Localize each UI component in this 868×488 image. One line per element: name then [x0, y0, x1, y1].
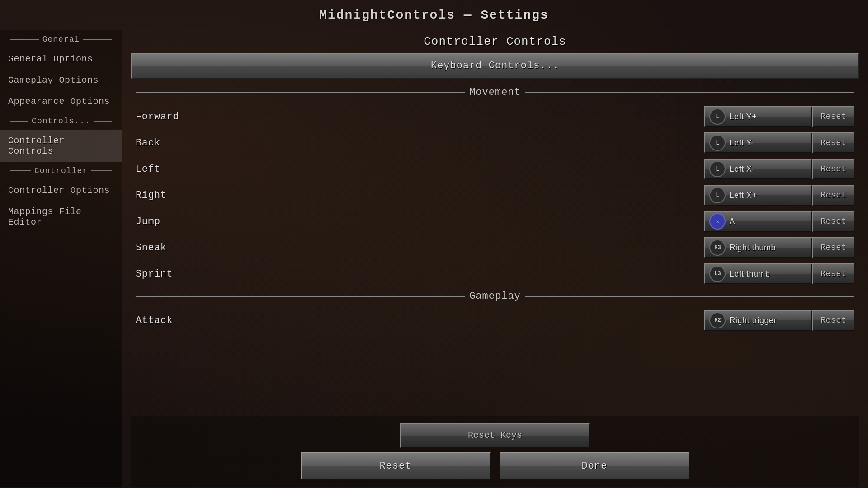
control-name-sprint: Sprint [136, 268, 704, 280]
control-row-left: Left L Left X- Reset [131, 156, 859, 182]
control-name-left: Left [136, 164, 704, 175]
badge-sprint: L3 [709, 266, 726, 282]
badge-right: L [709, 187, 726, 203]
gameplay-header: Gameplay [131, 291, 859, 302]
control-name-right: Right [136, 190, 704, 201]
binding-label-back: Left Y- [729, 138, 754, 148]
sidebar-section-controls: Controls... [0, 112, 122, 130]
control-binding-back: L Left Y- Reset [704, 132, 854, 153]
sidebar-item-controller-options[interactable]: Controller Options [0, 180, 122, 201]
control-row-right: Right L Left X+ Reset [131, 182, 859, 208]
control-name-sneak: Sneak [136, 242, 704, 253]
binding-button-sprint[interactable]: L3 Left thumb [704, 263, 812, 284]
reset-button-sneak[interactable]: Reset [812, 237, 854, 258]
binding-label-sprint: Left thumb [729, 269, 770, 279]
reset-button-attack[interactable]: Reset [812, 310, 854, 331]
binding-label-right: Left X+ [729, 191, 757, 200]
reset-keys-button[interactable]: Reset Keys [400, 423, 590, 448]
control-binding-right: L Left X+ Reset [704, 185, 854, 206]
binding-button-attack[interactable]: R2 Right trigger [704, 310, 812, 331]
binding-label-forward: Left Y+ [729, 112, 757, 122]
control-name-back: Back [136, 137, 704, 149]
sidebar-item-appearance-options[interactable]: Appearance Options [0, 91, 122, 112]
sidebar-item-controller-controls[interactable]: Controller Controls [0, 130, 122, 162]
binding-button-left[interactable]: L Left X- [704, 159, 812, 179]
control-row-jump: Jump ✕ A Reset [131, 208, 859, 235]
reset-button-forward[interactable]: Reset [812, 106, 854, 127]
binding-label-sneak: Right thumb [729, 243, 776, 253]
binding-button-right[interactable]: L Left X+ [704, 185, 812, 206]
sidebar-section-controller: Controller [0, 162, 122, 180]
main-content: Controller Controls Keyboard Controls...… [122, 30, 868, 487]
control-name-forward: Forward [136, 111, 704, 122]
control-binding-jump: ✕ A Reset [704, 211, 854, 232]
sidebar-item-mappings-file-editor[interactable]: Mappings File Editor [0, 201, 122, 233]
bottom-row: Reset Done [140, 452, 850, 480]
binding-label-left: Left X- [729, 164, 755, 174]
badge-forward: L [709, 108, 726, 125]
binding-button-jump[interactable]: ✕ A [704, 211, 812, 232]
control-binding-left: L Left X- Reset [704, 159, 854, 179]
controls-area: Movement Forward L Left Y+ Reset Back L [131, 83, 859, 416]
reset-button-sprint[interactable]: Reset [812, 263, 854, 284]
badge-attack: R2 [709, 312, 726, 328]
keyboard-controls-button[interactable]: Keyboard Controls... [131, 53, 859, 79]
binding-button-sneak[interactable]: R3 Right thumb [704, 237, 812, 258]
done-button[interactable]: Done [500, 452, 689, 480]
reset-button[interactable]: Reset [301, 452, 491, 480]
bottom-buttons: Reset Keys Reset Done [131, 416, 859, 487]
control-binding-forward: L Left Y+ Reset [704, 106, 854, 127]
binding-button-forward[interactable]: L Left Y+ [704, 106, 812, 127]
section-title: Controller Controls [131, 30, 859, 53]
control-binding-attack: R2 Right trigger Reset [704, 310, 854, 331]
control-binding-sneak: R3 Right thumb Reset [704, 237, 854, 258]
control-name-attack: Attack [136, 315, 704, 326]
binding-button-back[interactable]: L Left Y- [704, 132, 812, 153]
control-row-attack: Attack R2 Right trigger Reset [131, 307, 859, 333]
control-name-jump: Jump [136, 216, 704, 227]
badge-back: L [709, 135, 726, 151]
reset-button-back[interactable]: Reset [812, 132, 854, 153]
reset-button-left[interactable]: Reset [812, 159, 854, 179]
page-title: MidnightControls — Settings [0, 0, 868, 30]
sidebar-section-general: General [0, 30, 122, 48]
control-row-sneak: Sneak R3 Right thumb Reset [131, 235, 859, 261]
sidebar-item-general-options[interactable]: General Options [0, 48, 122, 70]
sidebar: General General Options Gameplay Options… [0, 30, 122, 487]
control-row-forward: Forward L Left Y+ Reset [131, 103, 859, 130]
control-row-sprint: Sprint L3 Left thumb Reset [131, 261, 859, 287]
badge-jump: ✕ [709, 213, 726, 230]
movement-header: Movement [131, 87, 859, 98]
sidebar-item-gameplay-options[interactable]: Gameplay Options [0, 70, 122, 91]
binding-label-attack: Right trigger [729, 316, 777, 325]
binding-label-jump: A [729, 217, 735, 226]
control-binding-sprint: L3 Left thumb Reset [704, 263, 854, 284]
reset-button-right[interactable]: Reset [812, 185, 854, 206]
control-row-back: Back L Left Y- Reset [131, 130, 859, 156]
badge-left: L [709, 161, 726, 177]
badge-sneak: R3 [709, 239, 726, 256]
reset-button-jump[interactable]: Reset [812, 211, 854, 232]
